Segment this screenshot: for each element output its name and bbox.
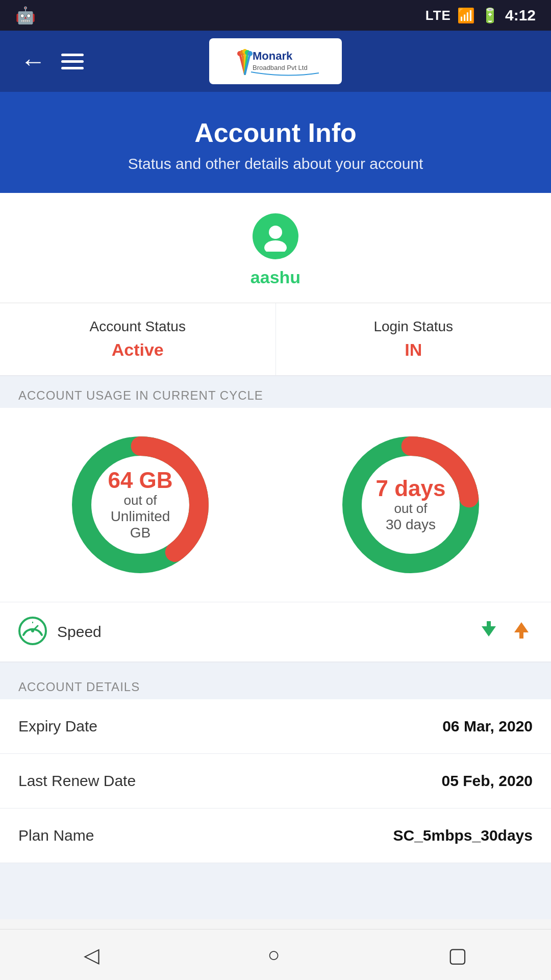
back-button[interactable]: ←	[20, 46, 46, 76]
battery-icon: 🔋	[481, 7, 499, 24]
last-renew-row: Last Renew Date 05 Feb, 2020	[0, 754, 551, 808]
android-logo: 🤖	[15, 6, 36, 25]
page-title: Account Info	[10, 117, 541, 148]
svg-point-20	[31, 629, 34, 632]
clock: 4:12	[505, 7, 536, 24]
plan-name-value: SC_5mbps_30days	[393, 827, 533, 844]
page-subtitle: Status and other details about your acco…	[10, 155, 541, 173]
days-usage-value: 7 days	[376, 476, 446, 501]
speedometer-icon	[18, 617, 47, 647]
data-usage-out-of: out of	[102, 493, 179, 509]
recents-nav-icon[interactable]: ▢	[448, 943, 467, 967]
avatar	[253, 213, 298, 259]
data-usage-limit: Unlimited GB	[102, 509, 179, 542]
expiry-date-value: 06 Mar, 2020	[442, 718, 533, 735]
days-usage-out-of: out of	[376, 501, 446, 517]
account-status-cell: Account Status Active	[0, 303, 276, 375]
back-nav-icon[interactable]: ◁	[84, 943, 99, 967]
download-arrow-icon	[478, 618, 500, 646]
nav-back-button[interactable]: ◁	[84, 943, 99, 967]
svg-text:Monark: Monark	[253, 50, 293, 62]
account-details-header: ACCOUNT DETAILS	[0, 668, 551, 699]
account-details-section: ACCOUNT DETAILS Expiry Date 06 Mar, 2020…	[0, 663, 551, 919]
plan-name-row: Plan Name SC_5mbps_30days	[0, 808, 551, 863]
usage-section-header: ACCOUNT USAGE IN CURRENT CYCLE	[0, 376, 551, 408]
days-usage-limit: 30 days	[376, 517, 446, 533]
bottom-nav-bar: ◁ ○ ▢	[0, 929, 551, 980]
plan-name-label: Plan Name	[18, 827, 94, 844]
upload-arrow-icon	[510, 618, 533, 646]
usage-charts-container: 64 GB out of Unlimited GB 7 days out of	[0, 408, 551, 602]
account-status-label: Account Status	[10, 318, 265, 335]
data-usage-chart: 64 GB out of Unlimited GB	[64, 428, 217, 581]
svg-point-12	[269, 226, 282, 239]
login-status-label: Login Status	[286, 318, 541, 335]
menu-button[interactable]	[61, 54, 84, 69]
hamburger-line-1	[61, 54, 84, 56]
svg-rect-27	[519, 631, 523, 639]
svg-point-13	[264, 240, 287, 252]
speed-row[interactable]: Speed	[0, 602, 551, 663]
login-status-cell: Login Status IN	[276, 303, 552, 375]
expiry-date-row: Expiry Date 06 Mar, 2020	[0, 699, 551, 754]
last-renew-value: 05 Feb, 2020	[442, 772, 533, 790]
usage-section: ACCOUNT USAGE IN CURRENT CYCLE 64 GB out…	[0, 376, 551, 602]
home-nav-icon[interactable]: ○	[267, 943, 280, 966]
hamburger-line-2	[61, 60, 84, 63]
account-status-row: Account Status Active Login Status IN	[0, 303, 551, 376]
speed-arrows	[478, 618, 533, 646]
expiry-date-label: Expiry Date	[18, 718, 97, 735]
svg-text:Broadband Pvt Ltd: Broadband Pvt Ltd	[253, 64, 308, 71]
account-status-value: Active	[10, 340, 265, 360]
lte-indicator: LTE	[425, 8, 451, 23]
app-logo: Monark Broadband Pvt Ltd	[209, 38, 342, 84]
data-usage-value: 64 GB	[102, 468, 179, 493]
days-usage-chart: 7 days out of 30 days	[334, 428, 487, 581]
last-renew-label: Last Renew Date	[18, 772, 136, 790]
username-label: aashu	[251, 267, 300, 287]
speed-label: Speed	[57, 623, 478, 641]
header-section: Account Info Status and other details ab…	[0, 92, 551, 193]
svg-point-9	[247, 51, 253, 56]
svg-rect-25	[487, 621, 491, 628]
status-bar: 🤖 LTE 📶 🔋 4:12	[0, 0, 551, 31]
nav-home-button[interactable]: ○	[267, 943, 280, 966]
top-nav-bar: ← Monark Br	[0, 31, 551, 92]
svg-marker-26	[514, 622, 529, 632]
hamburger-line-3	[61, 67, 84, 69]
login-status-value: IN	[286, 340, 541, 360]
nav-recents-button[interactable]: ▢	[448, 943, 467, 967]
user-profile-section: aashu	[0, 193, 551, 303]
signal-icon: 📶	[457, 7, 475, 24]
